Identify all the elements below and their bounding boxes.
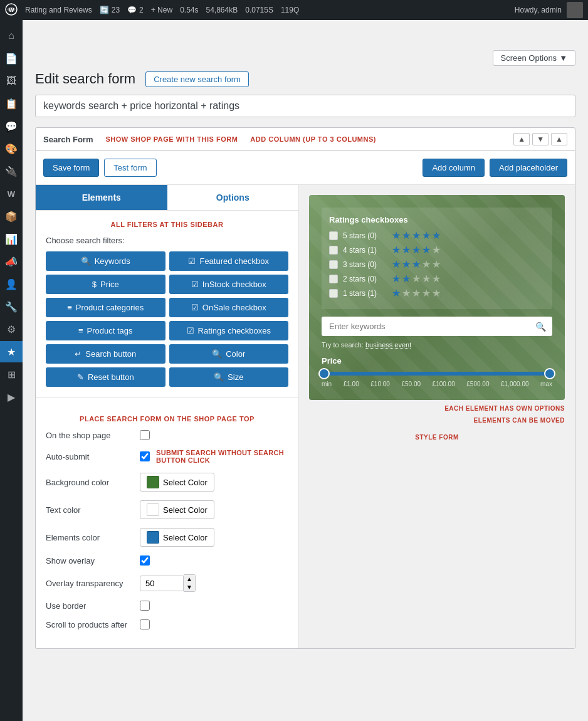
search-form-title: Search Form <box>43 135 93 144</box>
bg-color-label: Background color <box>46 478 134 487</box>
preview-search-wrap: 🔍 <box>322 317 552 336</box>
price-slider-thumb-right[interactable] <box>544 368 555 379</box>
create-new-search-form-button[interactable]: Create new search form <box>145 71 249 87</box>
preview-area: Ratings checkboxes 5 stars (0) ★ ★ ★ ★ ★ <box>309 195 565 400</box>
sidebar-item-marketing[interactable]: 📣 <box>0 251 23 272</box>
site-name[interactable]: Rating and Reviews <box>25 6 92 14</box>
elements-color-label: Elements color <box>46 533 134 542</box>
sidebar-item-media[interactable]: 🖼 <box>0 70 23 92</box>
updates-count[interactable]: 🔄 23 <box>100 6 120 14</box>
show-shop-link[interactable]: SHOW SHOP PAGE WITH THIS FORM <box>105 135 238 143</box>
filter-btn-color[interactable]: 🔍 Color <box>169 344 289 364</box>
add-column-button[interactable]: Add column <box>423 159 485 177</box>
rating-2-label: 2 stars (0) <box>343 275 387 283</box>
sidebar-item-appearance[interactable]: 🎨 <box>0 138 23 159</box>
filter-grid: 🔍 Keywords ☑ Featured checkbox $ Price <box>46 251 288 387</box>
admin-sidebar: ⌂ 📄 🖼 📋 💬 🎨 🔌 W 📦 📊 📣 👤 🔧 ⚙ ★ ⊞ ▶ <box>0 20 23 659</box>
filter-btn-instock[interactable]: ☑ InStock checkbox <box>169 275 289 294</box>
rating-5-stars: ★ ★ ★ ★ ★ <box>392 229 441 241</box>
expand-button[interactable]: ▲ <box>551 133 567 145</box>
sidebar-item-users[interactable]: 👤 <box>0 273 23 295</box>
add-column-link[interactable]: ADD COLUMN (UP TO 3 COLUMNS) <box>250 135 376 143</box>
shop-page-checkbox[interactable] <box>140 430 150 440</box>
filter-btn-featured[interactable]: ☑ Featured checkbox <box>169 251 289 271</box>
overlay-transparency-input[interactable] <box>140 576 184 591</box>
rating-row-1: 1 stars (1) ★ ★ ★ ★ ★ <box>329 287 545 299</box>
spinner-down-button[interactable]: ▼ <box>184 583 195 591</box>
background-color-button[interactable]: Select Color <box>140 473 214 492</box>
page-title-row: Edit search form Create new search form <box>35 71 575 87</box>
style-form-link[interactable]: STYLE FORM <box>309 434 565 441</box>
filter-btn-product-categories[interactable]: ≡ Product categories <box>46 298 165 317</box>
header-controls: ▲ ▼ ▲ <box>513 133 567 145</box>
filter-btn-product-tags[interactable]: ≡ Product tags <box>46 321 165 340</box>
sidebar-item-woocommerce[interactable]: W <box>0 183 23 204</box>
spinner-up-button[interactable]: ▲ <box>184 575 195 583</box>
try-search-text: Try to search: business event <box>322 341 552 349</box>
sidebar-item-pin[interactable]: ▶ <box>0 386 23 408</box>
filter-btn-search-button[interactable]: ↵ Search button <box>46 344 165 364</box>
tab-options[interactable]: Options <box>167 185 299 210</box>
filter-btn-reset-button[interactable]: ✎ Reset button <box>46 367 165 387</box>
collapse-down-button[interactable]: ▼ <box>532 133 549 145</box>
text-color-button[interactable]: Select Color <box>140 500 214 519</box>
form-name-input[interactable] <box>35 95 575 117</box>
autosubmit-checkbox[interactable] <box>140 451 150 461</box>
wp-logo-icon: W <box>5 3 18 18</box>
try-search-term[interactable]: business event <box>365 341 411 349</box>
rating-row-2: 2 stars (0) ★ ★ ★ ★ ★ <box>329 273 545 285</box>
elements-color-button[interactable]: Select Color <box>140 528 214 547</box>
preview-search-input[interactable] <box>322 317 552 336</box>
rating-4-label: 4 stars (1) <box>343 246 387 255</box>
tabs: Elements Options <box>36 185 298 211</box>
admin-avatar[interactable] <box>567 2 583 18</box>
perf-stat-2: 54,864kB <box>206 6 238 14</box>
sidebar-item-analytics[interactable]: 📊 <box>0 228 23 250</box>
show-overlay-checkbox[interactable] <box>140 555 150 566</box>
choose-filters-label: Choose search filters: <box>46 236 288 245</box>
filter-btn-size[interactable]: 🔍 Size <box>169 367 289 387</box>
comments-count[interactable]: 💬 2 <box>127 6 144 14</box>
filter-btn-price[interactable]: $ Price <box>46 275 165 294</box>
sidebar-item-pages[interactable]: 📋 <box>0 93 23 114</box>
sidebar-item-plugins[interactable]: 🔌 <box>0 161 23 182</box>
rating-4-checkbox[interactable] <box>329 246 338 255</box>
text-color-swatch <box>147 503 159 516</box>
show-overlay-checkbox-wrap <box>140 555 150 566</box>
option-row-shop-page: On the shop page <box>46 430 288 440</box>
scroll-to-products-checkbox[interactable] <box>140 619 150 629</box>
autosubmit-desc: SUBMIT SEARCH WITHOUT SEARCH BUTTON CLIC… <box>156 449 288 464</box>
perf-stat-4: 119Q <box>281 6 299 14</box>
filter-btn-keywords[interactable]: 🔍 Keywords <box>46 251 165 271</box>
rating-row-4: 4 stars (1) ★ ★ ★ ★ ★ <box>329 244 545 256</box>
add-placeholder-button[interactable]: Add placeholder <box>490 159 567 177</box>
filter-btn-ratings[interactable]: ☑ Ratings checkboxes <box>169 321 289 340</box>
sidebar-item-products[interactable]: 📦 <box>0 206 23 227</box>
collapse-up-button[interactable]: ▲ <box>513 133 530 145</box>
screen-options-button[interactable]: Screen Options ▼ <box>493 50 575 66</box>
rating-1-checkbox[interactable] <box>329 289 338 298</box>
price-slider-track[interactable] <box>324 372 550 376</box>
sidebar-item-posts[interactable]: 📄 <box>0 48 23 69</box>
price-slider-thumb-left[interactable] <box>318 368 330 379</box>
filter-btn-onsale[interactable]: ☑ OnSale checkbox <box>169 298 289 317</box>
tab-elements[interactable]: Elements <box>36 185 167 210</box>
sidebar-item-active[interactable]: ★ <box>0 341 23 362</box>
sidebar-item-grid[interactable]: ⊞ <box>0 364 23 385</box>
rating-3-stars: ★ ★ ★ ★ ★ <box>392 258 441 270</box>
test-form-button[interactable]: Test form <box>104 159 156 177</box>
use-border-checkbox[interactable] <box>140 601 150 611</box>
rating-3-checkbox[interactable] <box>329 260 338 269</box>
page-title: Edit search form <box>35 71 135 87</box>
save-form-button[interactable]: Save form <box>43 159 99 177</box>
rating-5-checkbox[interactable] <box>329 231 338 240</box>
sidebar-item-settings[interactable]: ⚙ <box>0 318 23 340</box>
scroll-to-products-label: Scroll to products after <box>46 620 134 629</box>
rating-2-checkbox[interactable] <box>329 275 338 283</box>
sidebar-item-tools[interactable]: 🔧 <box>0 296 23 317</box>
option-row-elements-color: Elements color Select Color <box>46 528 288 547</box>
howdy-text: Howdy, admin <box>515 6 562 14</box>
new-menu[interactable]: + New <box>151 6 172 14</box>
sidebar-item-dashboard[interactable]: ⌂ <box>0 25 23 46</box>
sidebar-item-comments[interactable]: 💬 <box>0 115 23 137</box>
